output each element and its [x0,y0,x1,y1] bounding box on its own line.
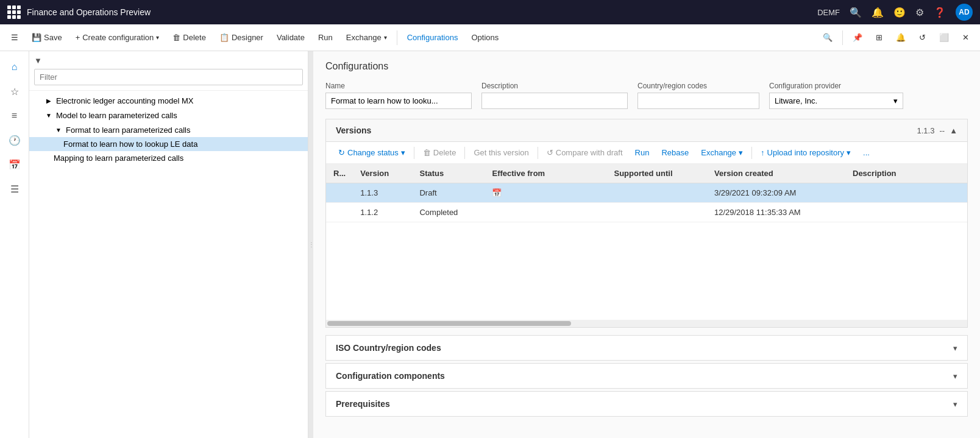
panel-resizer[interactable]: ⋮ [308,51,313,438]
prerequisites-header[interactable]: Prerequisites ▾ [326,392,967,416]
tree-toggle-icon[interactable]: ▼ [44,110,54,120]
designer-button[interactable]: 📋 Designer [213,29,269,46]
change-status-button[interactable]: ↻ Change status ▾ [333,146,410,160]
table-empty-space [326,222,967,320]
tree-content: ▶ Electronic ledger accounting model MX … [29,91,308,438]
close-window-button[interactable]: ✕ [956,29,975,46]
get-this-version-button[interactable]: Get this version [469,146,533,160]
chevron-down-icon: ▾ [156,34,159,41]
exchange-button[interactable]: Exchange ▾ [340,29,393,46]
tree-toggle-icon[interactable]: ▶ [44,96,54,105]
cell-version-created: 12/29/2018 11:35:33 AM [707,203,845,222]
search-icon[interactable]: 🔍 [850,7,862,18]
nav-home-icon[interactable]: ⌂ [4,56,26,78]
name-input[interactable] [325,93,472,109]
versions-collapse-icon[interactable]: ▲ [950,126,957,135]
iso-section: ISO Country/region codes ▾ [325,335,968,361]
save-button[interactable]: 💾 Save [26,29,68,46]
waffle-icon[interactable] [7,5,21,19]
nav-star-icon[interactable]: ☆ [4,80,26,102]
versions-section: Versions 1.1.3 -- ▲ ↻ Change status ▾ [325,119,968,328]
col-supported-until: Supported until [606,164,706,183]
exchange-chevron-icon: ▾ [384,34,387,41]
smiley-icon[interactable]: 🙂 [893,7,906,18]
provider-select[interactable]: Litware, Inc. ▾ [769,93,903,109]
table-row[interactable]: 1.1.2 Completed 12/29/2018 11:35:33 AM [326,203,967,222]
help-icon[interactable]: ❓ [934,7,946,18]
toolbar-sep2 [842,30,843,45]
settings-icon[interactable]: ⚙ [915,7,924,18]
rebase-button[interactable]: Rebase [656,146,694,160]
tree-item-format-parameterized[interactable]: ▼ Format to learn parameterized calls [29,122,308,137]
nav-list-icon[interactable]: ≡ [4,105,26,127]
options-button[interactable]: Options [465,29,505,46]
prerequisites-section: Prerequisites ▾ [325,391,968,417]
tree-item-mapping-parameterized[interactable]: Mapping to learn parameterized calls [29,151,308,165]
notification-button[interactable]: 🔔 [890,29,912,46]
tree-item-label: Model to learn parameterized calls [56,111,303,120]
cell-r [326,183,353,203]
avatar[interactable]: AD [956,4,973,21]
cell-effective-from: 📅 [485,183,606,203]
nav-clock-icon[interactable]: 🕐 [4,129,26,151]
maximize-button[interactable]: ⬜ [933,29,955,46]
provider-chevron-icon: ▾ [893,96,898,105]
horizontal-scrollbar[interactable] [326,320,967,327]
tree-item-electronic-ledger[interactable]: ▶ Electronic ledger accounting model MX [29,93,308,108]
run-button[interactable]: Run [312,29,339,46]
vtb-sep2 [464,147,465,159]
tree-item-format-lookup[interactable]: Format to learn how to lookup LE data [29,137,308,151]
validate-button[interactable]: Validate [271,29,311,46]
table-row[interactable]: 1.1.3 Draft 📅 3/29/2021 09:32:09 AM [326,183,967,203]
tree-item-label: Mapping to learn parameterized calls [54,154,303,163]
versions-delete-button[interactable]: 🗑 Delete [418,146,461,160]
scroll-thumb[interactable] [327,321,571,326]
col-version-created: Version created [707,164,845,183]
col-effective-from: Effective from [485,164,606,183]
versions-info: 1.1.3 -- ▲ [917,126,957,135]
title-bar-right: DEMF 🔍 🔔 🙂 ⚙ ❓ AD [817,4,973,21]
cell-effective-from [485,203,606,222]
hamburger-button[interactable]: ☰ [5,29,24,46]
left-nav: ⌂ ☆ ≡ 🕐 📅 ☰ [0,51,29,438]
search-toolbar-button[interactable]: 🔍 [817,29,839,46]
provider-field: Configuration provider Litware, Inc. ▾ [769,82,903,109]
tree-item-model-parameterized[interactable]: ▼ Model to learn parameterized calls [29,108,308,122]
refresh-button[interactable]: ↺ [913,29,932,46]
config-components-header[interactable]: Configuration components ▾ [326,364,967,388]
panel-button[interactable]: ⊞ [870,29,889,46]
versions-run-button[interactable]: Run [630,146,655,160]
bell-icon[interactable]: 🔔 [872,7,884,18]
trash-icon: 🗑 [423,148,431,157]
iso-header[interactable]: ISO Country/region codes ▾ [326,336,967,360]
tree-item-label: Format to learn how to lookup LE data [63,140,303,149]
refresh-icon: ↻ [338,148,345,157]
versions-exchange-button[interactable]: Exchange ▾ [696,146,748,160]
user-label: DEMF [817,8,840,17]
upload-repository-button[interactable]: ↑ Upload into repository ▾ [756,146,856,160]
nav-menu-icon[interactable]: ☰ [4,178,26,200]
create-configuration-button[interactable]: + Create configuration ▾ [69,29,166,46]
cell-supported-until [606,203,706,222]
tree-filter-input[interactable] [34,69,303,85]
vtb-sep1 [414,147,414,159]
pin-button[interactable]: 📌 [847,29,868,46]
version-number: 1.1.3 [917,126,935,135]
country-codes-input[interactable] [637,93,759,109]
prerequisites-title: Prerequisites [336,399,953,409]
nav-calendar-icon[interactable]: 📅 [4,154,26,175]
col-description: Description [845,164,967,183]
config-components-section: Configuration components ▾ [325,363,968,389]
content-inner: Configurations Name Description Country/… [313,51,980,429]
table-header: R... Version Status Effective from Suppo… [326,164,967,183]
cell-version: 1.1.2 [353,203,412,222]
vtb-sep4 [751,147,752,159]
calendar-icon[interactable]: 📅 [492,188,502,197]
delete-button[interactable]: 🗑 Delete [166,29,212,46]
configurations-tab-button[interactable]: Configurations [401,29,464,46]
compare-with-draft-button[interactable]: ↺ Compare with draft [542,146,628,160]
more-options-button[interactable]: ... [858,146,875,160]
toolbar-separator [397,30,397,45]
description-input[interactable] [481,93,628,109]
tree-toggle-icon[interactable]: ▼ [54,125,63,135]
